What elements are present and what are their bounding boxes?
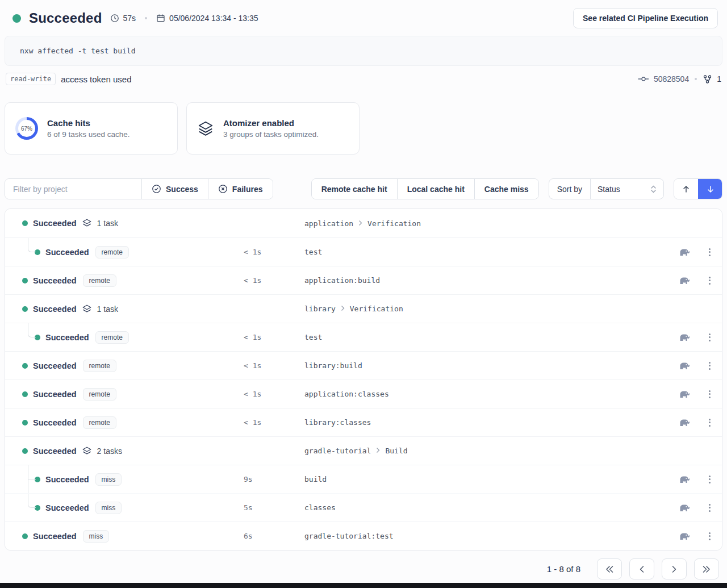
failures-filter-button[interactable]: Failures: [208, 179, 273, 199]
cache-status-badge: remote: [95, 246, 129, 258]
access-token-text: access token used: [61, 74, 131, 84]
chevron-right-icon: [375, 447, 381, 455]
task-name: library:classes: [304, 418, 371, 427]
sort-selected-value: Status: [598, 185, 620, 194]
cache-miss-button[interactable]: Cache miss: [474, 179, 538, 199]
gradle-elephant-icon[interactable]: [679, 277, 690, 285]
task-duration: < 1s: [244, 418, 304, 427]
previous-page-button[interactable]: [629, 558, 654, 579]
task-row[interactable]: Succeeded remote < 1s application:classe…: [5, 380, 722, 408]
gradle-elephant-icon[interactable]: [679, 248, 690, 256]
kebab-menu-icon[interactable]: [707, 360, 713, 372]
commit-icon: [638, 74, 649, 84]
cache-hits-ring: 67%: [15, 117, 38, 140]
task-name: library:build: [304, 361, 362, 370]
task-row[interactable]: Succeeded remote < 1s test: [5, 237, 722, 266]
gradle-elephant-icon[interactable]: [679, 504, 690, 512]
kebab-menu-icon[interactable]: [707, 502, 713, 514]
run-date-range: 05/06/2024 13:34 - 13:35: [156, 14, 258, 23]
task-row[interactable]: Succeeded miss 6s gradle-tutorial:test: [5, 522, 722, 550]
gradle-elephant-icon[interactable]: [679, 362, 690, 370]
task-row[interactable]: Succeeded miss 9s build: [5, 465, 722, 493]
kebab-menu-icon[interactable]: [707, 246, 713, 258]
sort-by-label: Sort by: [549, 179, 591, 199]
cache-hits-title: Cache hits: [47, 118, 130, 128]
clock-icon: [110, 14, 119, 23]
task-group-row[interactable]: Succeeded 1 task library Verification: [5, 294, 722, 323]
status-dot: [22, 420, 28, 426]
group-phase: Build: [385, 447, 407, 455]
run-date-label: 05/06/2024 13:34 - 13:35: [169, 14, 258, 23]
task-duration: < 1s: [244, 333, 304, 341]
row-status-label: Succeeded: [33, 418, 77, 427]
kebab-menu-icon[interactable]: [707, 274, 713, 287]
cache-status-badge: miss: [95, 502, 122, 514]
arrow-down-icon: [706, 185, 715, 194]
row-status-label: Succeeded: [45, 333, 89, 342]
row-status-label: Succeeded: [33, 219, 77, 228]
gradle-elephant-icon[interactable]: [679, 476, 690, 483]
see-related-pipeline-button[interactable]: See related CI Pipeline Execution: [573, 8, 718, 28]
cache-status-badge: remote: [83, 416, 116, 429]
cache-hits-card[interactable]: 67% Cache hits 6 of 9 tasks used cache.: [5, 102, 178, 155]
chevron-right-icon: [340, 305, 345, 313]
sort-control: Sort by Status: [549, 178, 664, 199]
gradle-elephant-icon[interactable]: [679, 333, 690, 341]
local-cache-hit-button[interactable]: Local cache hit: [397, 179, 474, 199]
first-page-button[interactable]: [597, 558, 622, 579]
filter-by-project-input[interactable]: [5, 179, 141, 199]
gradle-elephant-icon[interactable]: [679, 419, 690, 427]
row-status-label: Succeeded: [33, 447, 77, 456]
separator-dot: [695, 78, 697, 80]
filter-bar: Success Failures Remote cache hit Local …: [5, 178, 722, 199]
gradle-elephant-icon[interactable]: [679, 532, 690, 540]
layers-icon: [82, 218, 92, 228]
task-row[interactable]: Succeeded remote < 1s library:classes: [5, 408, 722, 436]
double-chevron-left-icon: [605, 565, 614, 573]
cache-status-badge: miss: [95, 473, 122, 486]
remote-cache-hit-button[interactable]: Remote cache hit: [312, 179, 397, 199]
run-duration: 57s: [110, 14, 136, 23]
task-row[interactable]: Succeeded miss 5s classes: [5, 493, 722, 522]
task-row[interactable]: Succeeded remote < 1s application:build: [5, 266, 722, 294]
last-page-button[interactable]: [694, 558, 719, 579]
cache-hits-percent: 67%: [18, 120, 35, 137]
chevron-right-icon: [358, 219, 363, 228]
project-filter-group: Success Failures: [5, 178, 273, 199]
kebab-menu-icon[interactable]: [707, 473, 713, 486]
task-name: test: [304, 333, 322, 341]
task-duration: 9s: [244, 475, 304, 483]
sort-ascending-button[interactable]: [674, 179, 698, 199]
atomizer-card[interactable]: Atomizer enabled 3 groups of tasks optim…: [186, 102, 360, 155]
task-group-row[interactable]: Succeeded 1 task application Verificatio…: [5, 209, 722, 237]
run-status-title: Succeeded: [29, 10, 102, 26]
select-chevrons-icon: [650, 185, 657, 194]
kebab-menu-icon[interactable]: [707, 416, 713, 429]
calendar-icon: [156, 14, 165, 23]
task-row[interactable]: Succeeded remote < 1s test: [5, 323, 722, 351]
token-row: read-write access token used 50828504 1: [6, 73, 721, 85]
commit-id[interactable]: 50828504: [654, 74, 689, 84]
row-status-label: Succeeded: [45, 248, 89, 257]
tree-connector: [28, 494, 36, 508]
kebab-menu-icon[interactable]: [707, 331, 713, 344]
sort-status-select[interactable]: Status: [591, 179, 663, 199]
double-chevron-right-icon: [702, 565, 711, 573]
arrow-up-icon: [682, 185, 691, 194]
kebab-menu-icon[interactable]: [707, 530, 713, 543]
check-circle-icon: [152, 184, 161, 194]
success-filter-button[interactable]: Success: [141, 179, 208, 199]
task-row[interactable]: Succeeded remote < 1s library:build: [5, 351, 722, 380]
cache-hits-subtitle: 6 of 9 tasks used cache.: [47, 130, 130, 139]
cache-status-badge: miss: [83, 530, 110, 543]
gradle-elephant-icon[interactable]: [679, 390, 690, 398]
task-duration: 6s: [244, 532, 304, 540]
kebab-menu-icon[interactable]: [707, 388, 713, 401]
next-page-button[interactable]: [662, 558, 687, 579]
layers-icon: [197, 120, 214, 137]
task-group-row[interactable]: Succeeded 2 tasks gradle-tutorial Build: [5, 436, 722, 465]
run-header: Succeeded 57s 05/06/2024 13:34 - 13:35 S…: [0, 0, 727, 28]
tree-connector: [28, 238, 36, 252]
sort-direction-group: [674, 178, 722, 199]
sort-descending-button[interactable]: [698, 179, 722, 199]
